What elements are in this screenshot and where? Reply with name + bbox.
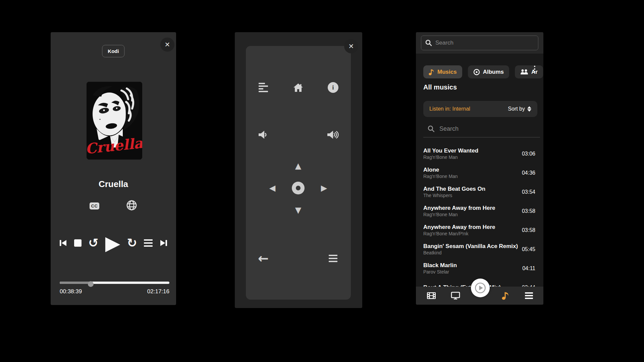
tab-musics[interactable]: Musics <box>423 65 462 78</box>
subtitles-cc-icon[interactable]: CC <box>90 202 100 209</box>
song-row[interactable]: And The Beat Goes On The Whispers 03:54 <box>423 182 535 201</box>
tab-artists[interactable]: Ar <box>515 65 543 78</box>
nav-menu-icon <box>525 292 533 299</box>
music-note-icon <box>429 69 434 75</box>
home-icon <box>293 82 304 93</box>
playback-controls: ↺ ▶ ↻ <box>51 232 176 254</box>
nav-tvshows-button[interactable] <box>451 287 460 305</box>
seek-track[interactable] <box>60 282 169 284</box>
song-row[interactable]: Bangin' Sesam (Vanilla Ace Remix) Beatki… <box>423 240 535 259</box>
remote-close-button[interactable]: ✕ <box>344 39 358 53</box>
now-playing-panel: ✕ Kodi Cruella Cruella CC <box>51 32 176 305</box>
song-list: All You Ever Wanted Rag'n'Bone Man 03:06… <box>423 144 535 287</box>
fast-forward-button[interactable]: ↻ <box>127 237 137 249</box>
dpad-up-icon: ▲ <box>295 161 301 171</box>
movie-poster: Cruella <box>87 82 142 160</box>
global-search-input[interactable] <box>435 40 534 46</box>
skip-next-button[interactable] <box>159 239 168 247</box>
context-menu-button[interactable] <box>329 255 337 262</box>
song-artist: Rag'n'Bone Man/P!nk <box>423 231 519 237</box>
skip-next-icon <box>159 239 168 247</box>
dpad-right-icon: ▶ <box>321 183 327 193</box>
sort-arrows-icon <box>527 106 531 112</box>
song-info: Alone Rag'n'Bone Man <box>423 166 519 180</box>
audio-language-globe-icon[interactable] <box>126 200 137 212</box>
play-button[interactable]: ▶ <box>105 233 120 253</box>
song-row[interactable]: Black Marlin Parov Stelar 04:11 <box>423 259 535 278</box>
info-button[interactable]: i <box>328 82 338 93</box>
song-duration: 03:06 <box>522 151 535 157</box>
close-button[interactable]: ✕ <box>160 38 174 52</box>
song-row[interactable]: Anywhere Away from Here Rag'n'Bone Man/P… <box>423 221 535 240</box>
dpad-up-button[interactable]: ▲ <box>295 161 301 171</box>
dpad-down-icon: ▼ <box>295 205 301 215</box>
song-duration: 04:11 <box>522 265 535 272</box>
song-row[interactable]: Alone Rag'n'Bone Man 04:36 <box>423 163 535 182</box>
song-duration: 04:36 <box>522 170 535 176</box>
artists-people-icon <box>520 69 528 75</box>
tab-albums[interactable]: Albums <box>468 65 509 78</box>
volume-up-icon <box>327 130 339 139</box>
nav-more-button[interactable] <box>525 287 533 305</box>
song-info: And The Beat Goes On The Whispers <box>423 185 519 199</box>
song-title: And The Beat Goes On <box>423 185 519 192</box>
song-artist: Parov Stelar <box>423 269 520 275</box>
kodi-app-chip[interactable]: Kodi <box>102 45 124 57</box>
nav-music-button[interactable] <box>502 287 509 305</box>
remote-control-panel: i ▲ ◀ ▶ ▼ ← ✕ <box>235 32 362 308</box>
more-options-kebab-icon[interactable] <box>534 66 535 72</box>
divider <box>423 137 540 137</box>
dpad-down-button[interactable]: ▼ <box>295 205 301 215</box>
dpad-right-button[interactable]: ▶ <box>321 183 327 193</box>
nav-movies-button[interactable] <box>427 287 436 305</box>
sort-by-label: Sort by <box>508 106 525 112</box>
list-search-input[interactable] <box>439 125 535 132</box>
library-tabs: Musics Albums Ar <box>423 65 543 78</box>
back-button[interactable]: ← <box>258 252 269 265</box>
song-duration: 05:45 <box>522 246 535 252</box>
dpad-left-icon: ◀ <box>269 183 275 193</box>
close-icon: ✕ <box>165 41 170 49</box>
close-icon: ✕ <box>348 42 354 50</box>
volume-down-button[interactable] <box>258 130 269 139</box>
dpad-select-button[interactable] <box>292 182 305 194</box>
song-title: Alone <box>423 166 519 173</box>
music-library-panel: Musics Albums Ar All musics Listen in: I… <box>416 32 543 305</box>
global-search-box[interactable] <box>421 36 538 50</box>
media-title: Cruella <box>51 179 176 189</box>
tab-musics-label: Musics <box>437 69 457 75</box>
now-playing-fab[interactable] <box>471 279 490 297</box>
song-duration: 03:54 <box>522 189 535 195</box>
osd-button[interactable] <box>259 83 268 92</box>
stop-button[interactable] <box>74 239 82 247</box>
dpad-left-button[interactable]: ◀ <box>269 183 275 193</box>
select-ok-icon <box>292 182 305 194</box>
song-row[interactable]: Anywhere Away from Here Rag'n'Bone Man 0… <box>423 201 535 221</box>
playlist-icon <box>144 239 153 247</box>
filter-bar: Listen in: Internal Sort by <box>423 101 537 117</box>
total-duration: 02:17:16 <box>147 288 169 295</box>
seek-thumb[interactable] <box>88 281 94 287</box>
remote-pad: i ▲ ◀ ▶ ▼ ← <box>246 46 351 300</box>
stream-options-row: CC <box>51 200 176 212</box>
song-title: Anywhere Away from Here <box>423 204 519 212</box>
volume-up-button[interactable] <box>327 130 339 139</box>
list-search-box[interactable] <box>428 123 535 134</box>
song-row[interactable]: All You Ever Wanted Rag'n'Bone Man 03:06 <box>423 144 535 163</box>
rewind-button[interactable]: ↺ <box>88 237 98 249</box>
listen-in-selector[interactable]: Listen in: Internal <box>429 106 470 112</box>
osd-lines-icon <box>259 83 268 92</box>
skip-previous-button[interactable] <box>59 239 67 247</box>
time-row: 00:38:39 02:17:16 <box>60 288 169 295</box>
seek-bar[interactable] <box>60 280 169 285</box>
sort-by-button[interactable]: Sort by <box>508 106 531 112</box>
song-info: Anywhere Away from Here Rag'n'Bone Man/P… <box>423 224 519 237</box>
play-circle-icon <box>474 282 486 294</box>
song-info: Anywhere Away from Here Rag'n'Bone Man <box>423 204 519 218</box>
home-button[interactable] <box>293 82 304 93</box>
tab-albums-label: Albums <box>483 69 504 75</box>
song-duration: 03:58 <box>522 208 535 214</box>
playlist-button[interactable] <box>144 239 153 247</box>
album-disc-icon <box>473 69 480 75</box>
skip-previous-icon <box>59 239 67 247</box>
